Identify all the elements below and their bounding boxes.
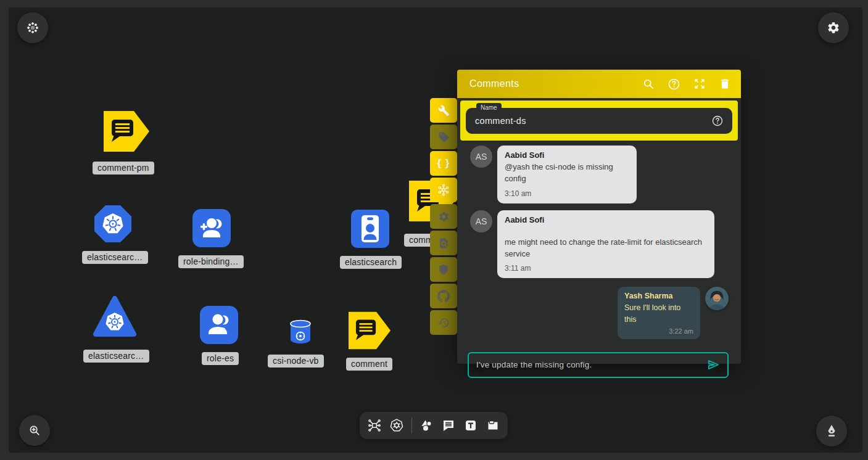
zoom-button[interactable] (19, 415, 50, 446)
node-elasticsearch-triangle[interactable] (93, 296, 137, 338)
message-time: 3:22 am (624, 327, 693, 335)
zoom-in-icon (28, 424, 41, 437)
text-tool-button[interactable]: T (463, 418, 478, 433)
doc-search-tool-button[interactable] (430, 231, 457, 255)
shield-icon (438, 264, 449, 275)
kubernetes-palette-button[interactable] (389, 418, 404, 433)
help-icon (668, 78, 680, 91)
wrench-tool-button[interactable] (430, 98, 457, 123)
node-label-elasticsearch-octagon: elasticsearc… (82, 251, 148, 264)
send-icon (706, 358, 721, 372)
send-button[interactable] (706, 358, 721, 372)
message-text: me might need to change the rate-limit f… (505, 237, 707, 260)
node-role-binding[interactable] (192, 209, 231, 247)
user-photo (705, 287, 729, 310)
toolbar-divider (411, 417, 412, 433)
doc-search-icon (438, 237, 450, 249)
text-tool-icon (463, 418, 478, 433)
message-row: AS Aabid Sofi @yash the csi-node is miss… (470, 146, 729, 203)
message-time: 3:10 am (505, 189, 629, 198)
message-text: Sure I'll look into this (624, 302, 693, 324)
node-label-comment-pm: comment-pm (93, 162, 154, 175)
pen-tool-button[interactable] (816, 416, 847, 446)
node-action-toolbar: { } (430, 98, 457, 335)
tag-icon (438, 131, 450, 143)
history-tool-button[interactable] (430, 310, 457, 335)
message-row: AS Aabid Sofi me might need to change th… (470, 210, 729, 279)
node-label-comment: comment (346, 358, 392, 371)
message-author: Aabid Sofi (505, 215, 707, 224)
message-author: Aabid Sofi (505, 150, 629, 160)
note-tool-button[interactable] (486, 418, 500, 433)
app-window: comment-pm elasticsearc… role-binding… (0, 0, 868, 460)
message-bubble: Yash Sharma Sure I'll look into this 3:2… (618, 287, 700, 339)
components-tool-button[interactable] (367, 418, 382, 433)
pen-nib-icon (824, 424, 839, 438)
comments-thread[interactable]: AS Aabid Sofi @yash the csi-node is miss… (457, 141, 741, 339)
node-role-es[interactable] (200, 306, 238, 344)
note-icon (486, 418, 500, 433)
help-icon (711, 115, 724, 127)
message-row: Yash Sharma Sure I'll look into this 3:2… (470, 287, 729, 339)
shapes-icon (420, 418, 434, 433)
trash-icon (719, 78, 731, 90)
comments-panel: Comments Name (457, 70, 741, 364)
name-field-label: Name (476, 103, 502, 112)
panel-title: Comments (469, 78, 642, 89)
kubernetes-icon (389, 418, 404, 433)
delete-button[interactable] (719, 78, 731, 90)
braces-icon: { } (437, 157, 450, 170)
node-label-role-binding: role-binding… (178, 255, 244, 268)
shield-tool-button[interactable] (430, 257, 457, 282)
expand-button[interactable] (693, 78, 706, 90)
message-author: Yash Sharma (624, 292, 693, 300)
avatar: AS (470, 210, 492, 232)
github-tool-button[interactable] (430, 284, 457, 308)
name-help-button[interactable] (711, 115, 724, 127)
node-comment[interactable] (349, 311, 391, 350)
node-comment-pm[interactable] (104, 111, 149, 152)
shape-palette-toolbar: T (360, 412, 508, 439)
components-icon (367, 418, 382, 433)
wrench-icon (438, 105, 450, 117)
avatar (705, 287, 729, 310)
comment-tool-button[interactable] (441, 418, 456, 433)
gear-icon (827, 21, 840, 35)
kubernetes-spark-icon (437, 183, 450, 197)
comment-icon (441, 418, 456, 433)
node-label-elasticsearch-triangle: elasticsearc… (83, 350, 149, 363)
shapes-tool-button[interactable] (420, 418, 434, 433)
node-elasticsearch-octagon[interactable] (94, 205, 132, 243)
tag-tool-button[interactable] (430, 125, 457, 149)
app-menu-button[interactable] (17, 12, 48, 43)
gear-icon (438, 211, 450, 223)
name-field[interactable]: Name (466, 108, 732, 134)
message-time: 3:11 am (505, 264, 707, 273)
node-elasticsearch-serviceaccount[interactable] (351, 210, 389, 248)
comment-input-row (468, 352, 729, 378)
avatar: AS (470, 146, 492, 168)
node-label-csi-node-vb: csi-node-vb (268, 355, 324, 368)
node-label-elasticsearch-serviceaccount: elasticsearch (340, 256, 402, 269)
braces-tool-button[interactable]: { } (430, 151, 457, 176)
search-button[interactable] (642, 78, 655, 90)
message-bubble: Aabid Sofi me might need to change the r… (497, 210, 714, 279)
node-csi-node-vb[interactable] (289, 319, 312, 345)
comments-panel-header[interactable]: Comments (457, 70, 741, 98)
help-button[interactable] (668, 78, 680, 91)
search-icon (642, 78, 655, 90)
node-label-role-es: role-es (202, 352, 239, 365)
message-text: @yash the csi-node is missing config (505, 162, 629, 185)
history-icon (438, 317, 450, 329)
spark-icon (26, 21, 39, 35)
name-field-section: Name (460, 101, 738, 141)
message-bubble: Aabid Sofi @yash the csi-node is missing… (497, 146, 637, 203)
comment-input[interactable] (476, 360, 706, 369)
name-input[interactable] (475, 116, 711, 126)
settings-tool-button[interactable] (430, 204, 457, 229)
kubernetes-tool-button[interactable] (430, 178, 457, 202)
expand-icon (693, 78, 706, 90)
settings-button[interactable] (818, 12, 849, 43)
github-icon (437, 290, 450, 302)
